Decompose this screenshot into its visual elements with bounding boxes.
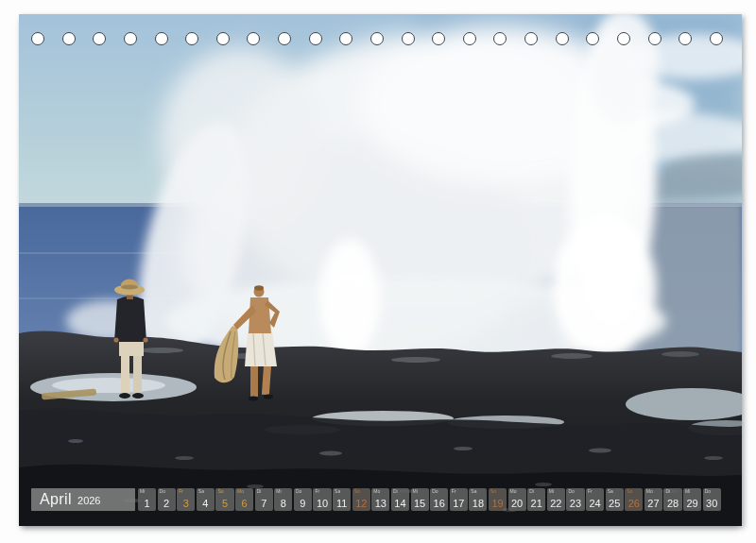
day-number: 30	[703, 498, 721, 510]
day-number: 4	[197, 498, 215, 510]
day-row: Mi1Do2Fr3Sa4So5Mo6Di7Mi8Do9Fr10Sa11So12M…	[138, 488, 721, 511]
calendar-page: April 2026 Mi1Do2Fr3Sa4So5Mo6Di7Mi8Do9Fr…	[0, 0, 756, 543]
day-abbr: Do	[568, 489, 574, 494]
day-cell-23: Do23	[566, 488, 584, 511]
day-number: 13	[371, 498, 389, 510]
day-number: 22	[547, 498, 565, 510]
day-number: 1	[138, 498, 156, 510]
binding-hole	[62, 32, 76, 45]
day-cell-26: So26	[625, 488, 643, 511]
day-cell-19: So19	[489, 488, 507, 511]
day-number: 12	[352, 498, 370, 510]
day-abbr: Do	[432, 489, 438, 494]
day-cell-14: Di14	[391, 488, 409, 511]
binding-hole	[402, 32, 415, 45]
day-abbr: Sa	[198, 489, 204, 494]
day-abbr: Mi	[685, 489, 690, 494]
day-cell-29: Mi29	[683, 488, 701, 511]
day-abbr: Mi	[276, 489, 281, 494]
day-abbr: Di	[665, 489, 670, 494]
day-cell-7: Di7	[255, 488, 273, 511]
day-abbr: So	[217, 489, 223, 494]
day-abbr: Mo	[373, 489, 380, 494]
day-number: 11	[333, 498, 351, 510]
day-abbr: Do	[705, 489, 711, 494]
binding-hole	[432, 32, 445, 45]
day-number: 29	[683, 498, 701, 510]
binding-hole	[370, 32, 384, 45]
day-abbr: Di	[393, 489, 398, 494]
day-cell-4: Sa4	[197, 488, 215, 511]
day-number: 23	[566, 498, 584, 510]
day-cell-16: Do16	[430, 488, 448, 511]
day-cell-13: Mo13	[371, 488, 389, 511]
day-abbr: So	[627, 489, 632, 494]
day-abbr: Mo	[237, 489, 244, 494]
day-cell-27: Mo27	[644, 488, 662, 511]
binding-hole	[524, 32, 538, 45]
day-number: 17	[450, 498, 468, 510]
day-abbr: Mi	[413, 489, 418, 494]
binding-hole	[586, 32, 599, 45]
binding-hole	[309, 32, 322, 45]
day-cell-11: Sa11	[333, 488, 351, 511]
day-cell-20: Mo20	[508, 488, 526, 511]
binding-hole	[185, 32, 198, 45]
binding-hole	[93, 32, 106, 45]
day-abbr: So	[354, 489, 360, 494]
day-number: 6	[235, 498, 253, 510]
day-number: 27	[644, 498, 662, 510]
day-cell-28: Di28	[663, 488, 681, 511]
photo: April 2026 Mi1Do2Fr3Sa4So5Mo6Di7Mi8Do9Fr…	[19, 14, 742, 526]
day-abbr: Sa	[471, 489, 476, 494]
day-number: 14	[391, 498, 409, 510]
day-number: 26	[625, 498, 643, 510]
day-cell-10: Fr10	[313, 488, 331, 511]
day-cell-18: Sa18	[469, 488, 487, 511]
day-number: 21	[527, 498, 545, 510]
day-number: 10	[313, 498, 331, 510]
day-number: 25	[606, 498, 624, 510]
day-number: 18	[469, 498, 487, 510]
day-cell-8: Mi8	[274, 488, 292, 511]
sarong	[245, 331, 277, 366]
day-cell-5: So5	[215, 488, 233, 511]
day-abbr: Mi	[549, 489, 554, 494]
day-abbr: Mo	[646, 489, 653, 494]
binding-hole	[31, 32, 44, 45]
day-number: 15	[411, 498, 429, 510]
day-number: 3	[177, 498, 195, 510]
binding-hole	[648, 32, 662, 45]
day-number: 16	[430, 498, 448, 510]
year-label: 2026	[77, 495, 100, 506]
day-number: 24	[586, 498, 604, 510]
day-abbr: Di	[257, 489, 262, 494]
binding-hole	[247, 32, 260, 45]
binding-hole	[617, 32, 630, 45]
photo-scene	[19, 14, 742, 526]
day-cell-2: Do2	[158, 488, 176, 511]
day-abbr: Do	[296, 489, 301, 494]
binding-hole	[556, 32, 569, 45]
day-abbr: Mo	[510, 489, 517, 494]
day-number: 28	[663, 498, 681, 510]
day-cell-24: Fr24	[586, 488, 604, 511]
day-number: 5	[215, 498, 233, 510]
day-abbr: Mi	[140, 489, 145, 494]
day-number: 19	[489, 498, 507, 510]
binding-hole	[463, 32, 476, 45]
binding-hole	[278, 32, 291, 45]
day-number: 7	[255, 498, 273, 510]
binding-hole	[155, 32, 168, 45]
day-cell-6: Mo6	[235, 488, 253, 511]
day-cell-25: Sa25	[606, 488, 624, 511]
day-abbr: Sa	[335, 489, 340, 494]
month-label: April	[40, 492, 72, 507]
day-cell-9: Do9	[294, 488, 312, 511]
day-abbr: Di	[529, 489, 534, 494]
day-abbr: So	[490, 489, 496, 494]
day-cell-12: So12	[352, 488, 370, 511]
binding-hole	[216, 32, 230, 45]
day-abbr: Fr	[315, 489, 319, 494]
day-cell-21: Di21	[527, 488, 545, 511]
